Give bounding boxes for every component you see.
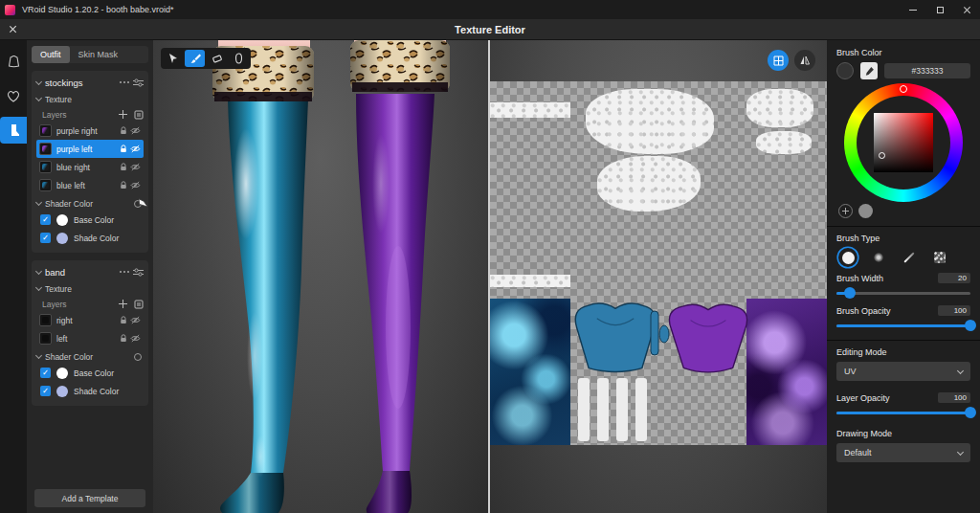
minimize-button[interactable] xyxy=(900,0,926,19)
eyedropper-button[interactable] xyxy=(860,62,878,79)
model-render xyxy=(153,40,488,513)
symmetry-toggle-button[interactable] xyxy=(794,50,815,71)
base-color-swatch[interactable] xyxy=(56,368,68,379)
brush-type-texture-button[interactable] xyxy=(930,248,949,267)
tab-outfit[interactable]: Outfit xyxy=(32,46,70,63)
layer-row-purple-left[interactable]: purple left xyxy=(36,140,144,158)
shade-color-checkbox[interactable]: ✓ xyxy=(40,233,51,243)
layer-panel-icon[interactable] xyxy=(134,110,144,120)
brush-type-line-button[interactable] xyxy=(900,248,919,267)
more-menu-icon[interactable] xyxy=(120,271,122,273)
section-title: band xyxy=(45,267,120,278)
layer-row-purple-right[interactable]: purple right xyxy=(36,122,144,140)
visibility-off-icon[interactable] xyxy=(130,163,141,171)
left-rail xyxy=(0,40,27,513)
brush-opacity-slider[interactable] xyxy=(836,319,970,332)
exit-editor-button[interactable] xyxy=(9,25,17,33)
cursor-icon xyxy=(168,53,178,64)
add-swatch-button[interactable] xyxy=(838,204,853,218)
settings-sliders-icon[interactable] xyxy=(133,78,144,87)
rail-item-favorites[interactable] xyxy=(0,82,27,109)
add-layer-icon[interactable] xyxy=(119,300,127,308)
lock-icon[interactable] xyxy=(120,334,127,343)
uv-piece-lace xyxy=(597,156,701,212)
brush-width-value[interactable]: 20 xyxy=(938,273,970,283)
pen-cursor-icon xyxy=(135,194,148,208)
layer-row-right[interactable]: right xyxy=(36,311,144,329)
uv-view-toggle-button[interactable] xyxy=(768,50,789,71)
visibility-off-icon[interactable] xyxy=(130,181,141,190)
more-menu-icon[interactable] xyxy=(120,81,122,83)
brush-width-slider[interactable] xyxy=(836,286,970,300)
visibility-off-icon[interactable] xyxy=(130,316,141,324)
viewport-toolbar xyxy=(161,48,251,69)
soft-brush-icon xyxy=(874,253,883,262)
shader-color-subsection[interactable]: Shader Color xyxy=(36,196,144,211)
saved-swatch[interactable] xyxy=(858,204,873,218)
current-color-swatch[interactable] xyxy=(836,62,854,79)
layer-row-left[interactable]: left xyxy=(36,329,144,347)
rail-item-legwear[interactable] xyxy=(0,117,27,144)
base-color-checkbox[interactable]: ✓ xyxy=(40,368,51,378)
visibility-off-icon[interactable] xyxy=(130,126,141,135)
titlebar: VRoid Studio 1.20.2 - booth babe.vroid* xyxy=(0,0,980,19)
color-wheel[interactable] xyxy=(844,83,963,202)
tab-skin-mask[interactable]: Skin Mask xyxy=(70,46,127,63)
lock-icon[interactable] xyxy=(120,163,127,171)
editing-mode-select[interactable]: UV xyxy=(836,362,970,381)
band-header[interactable]: band xyxy=(36,264,144,279)
hue-marker[interactable] xyxy=(900,85,907,93)
stockings-header[interactable]: stockings xyxy=(36,75,144,90)
add-template-button[interactable]: Add a Template xyxy=(34,489,145,507)
layer-opacity-value[interactable]: 100 xyxy=(938,392,970,403)
shader-color-subsection[interactable]: Shader Color xyxy=(36,349,144,364)
vroid-studio-window: VRoid Studio 1.20.2 - booth babe.vroid* … xyxy=(0,0,980,513)
outfit-icon xyxy=(7,55,21,69)
layer-opacity-slider[interactable] xyxy=(836,406,970,419)
shade-color-swatch[interactable] xyxy=(56,386,68,397)
base-color-checkbox[interactable]: ✓ xyxy=(40,214,51,225)
layer-row-blue-right[interactable]: blue right xyxy=(36,158,144,176)
lock-icon[interactable] xyxy=(120,181,127,190)
layer-panel-icon[interactable] xyxy=(134,300,144,309)
texture-subsection[interactable]: Texture xyxy=(36,92,144,106)
drawing-mode-select[interactable]: Default xyxy=(836,443,970,462)
eraser-tool-button[interactable] xyxy=(207,50,227,67)
brush-type-soft-button[interactable] xyxy=(869,248,888,267)
lock-icon[interactable] xyxy=(120,145,127,153)
maximize-button[interactable] xyxy=(926,0,953,19)
add-layer-icon[interactable] xyxy=(119,110,127,119)
base-color-swatch[interactable] xyxy=(56,214,68,226)
saturation-value-square[interactable] xyxy=(874,113,933,172)
settings-sliders-icon[interactable] xyxy=(133,268,144,277)
rail-item-outfit[interactable] xyxy=(0,48,27,75)
visibility-off-icon[interactable] xyxy=(130,334,141,343)
shader-reset-icon[interactable] xyxy=(134,353,142,361)
brush-width-label: Brush Width xyxy=(836,274,883,283)
texture-subsection[interactable]: Texture xyxy=(36,281,144,296)
uv-blue-texture-patch xyxy=(490,299,570,445)
uv-editor-panel[interactable] xyxy=(490,40,827,513)
hex-color-input[interactable]: #333333 xyxy=(884,63,970,78)
brush-tool-button[interactable] xyxy=(185,50,205,67)
lock-icon[interactable] xyxy=(120,316,127,324)
uv-texture-canvas[interactable] xyxy=(490,81,827,445)
brush-type-label: Brush Type xyxy=(836,234,970,243)
sv-marker[interactable] xyxy=(879,152,885,159)
model-viewport[interactable] xyxy=(153,40,488,513)
layer-row-blue-left[interactable]: blue left xyxy=(36,176,144,194)
close-button[interactable] xyxy=(953,0,980,19)
visibility-off-icon[interactable] xyxy=(130,145,141,153)
brush-settings-panel: Brush Color #333333 Brush Type xyxy=(827,40,980,513)
blur-tool-button[interactable] xyxy=(229,50,249,67)
section-band: band Texture Layers right left xyxy=(32,260,148,406)
shade-color-swatch[interactable] xyxy=(56,233,68,244)
shade-color-checkbox[interactable]: ✓ xyxy=(40,386,51,396)
brush-opacity-value[interactable]: 100 xyxy=(938,305,970,316)
brush-type-solid-button[interactable] xyxy=(838,248,858,267)
shader-color-label: Shader Color xyxy=(45,352,134,362)
base-color-label: Base Color xyxy=(74,368,114,378)
uv-purple-texture-patch xyxy=(746,299,827,445)
lock-icon[interactable] xyxy=(120,126,127,135)
select-tool-button[interactable] xyxy=(163,50,183,67)
